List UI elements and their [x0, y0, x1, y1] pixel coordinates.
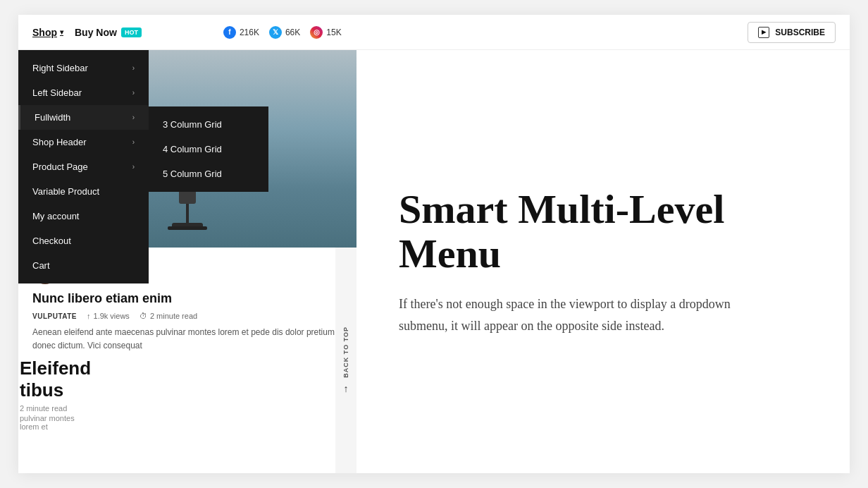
overflow-title-line1: Eleifend — [20, 358, 96, 379]
facebook-count: 216K — [240, 28, 259, 37]
play-icon: ▶ — [758, 27, 769, 38]
post-views: ↑ 1.9k views — [87, 312, 130, 320]
instagram-count: 15K — [326, 28, 341, 37]
submenu: 3 Column Grid 4 Column Grid 5 Column Gri… — [149, 106, 268, 192]
top-nav: Shop ▾ Buy Now HOT f 216K 𝕏 66K ◎ 15K ▶ … — [18, 15, 850, 50]
overflow-text: Eleifend tibus 2 minute read pulvinar mo… — [18, 358, 96, 431]
back-to-top-label: BACK TO TOP — [342, 327, 349, 378]
menu-item-fullwidth[interactable]: Fullwidth › — [18, 105, 149, 130]
post-title[interactable]: Nunc libero etiam enim — [32, 291, 342, 306]
chevron-right-icon: › — [132, 114, 135, 121]
post-excerpt: Aenean eleifend ante maecenas pulvinar m… — [32, 326, 342, 353]
up-arrow-icon: ↑ — [344, 383, 349, 394]
back-to-top-button[interactable]: BACK TO TOP ↑ — [335, 248, 356, 473]
menu-item-my-account[interactable]: My account — [18, 204, 149, 228]
menu-item-checkout[interactable]: Checkout — [18, 228, 149, 253]
chevron-right-icon: › — [132, 138, 135, 146]
submenu-item-3col[interactable]: 3 Column Grid — [149, 112, 268, 137]
hero-title: Smart Multi-Level Menu — [399, 187, 814, 277]
twitter-social[interactable]: 𝕏 66K — [269, 26, 300, 39]
chevron-right-icon: › — [132, 163, 135, 171]
clock-icon: ⏱ — [140, 312, 147, 320]
facebook-icon: f — [223, 26, 236, 39]
submenu-item-5col[interactable]: 5 Column Grid — [149, 161, 268, 186]
chevron-down-icon: ▾ — [60, 28, 63, 36]
buy-now-label: Buy Now — [75, 27, 117, 38]
chevron-right-icon: › — [132, 89, 135, 97]
subscribe-button[interactable]: ▶ SUBSCRIBE — [748, 22, 836, 43]
menu-item-left-sidebar[interactable]: Left Sidebar › — [18, 80, 149, 105]
overflow-excerpt: pulvinar montes lorem et — [20, 414, 96, 431]
facebook-social[interactable]: f 216K — [223, 26, 259, 39]
shop-menu[interactable]: Shop ▾ — [32, 27, 63, 38]
left-panel: Elliot Alderson August 14, 2018 Nunc lib… — [18, 50, 356, 473]
submenu-item-4col[interactable]: 4 Column Grid — [149, 137, 268, 161]
right-panel: Smart Multi-Level Menu If there's not en… — [356, 50, 850, 473]
hero-description: If there's not enough space in the viewp… — [399, 293, 765, 336]
dropdown-menu: Right Sidebar › Left Sidebar › Fullwidth… — [18, 50, 149, 283]
menu-item-variable-product[interactable]: Variable Product — [18, 179, 149, 204]
instagram-icon: ◎ — [310, 26, 323, 39]
hot-badge: HOT — [121, 28, 142, 37]
overflow-title-line2: tibus — [20, 379, 96, 401]
overflow-read-time: 2 minute read — [20, 404, 96, 413]
menu-item-cart[interactable]: Cart — [18, 253, 149, 278]
main-content: Elliot Alderson August 14, 2018 Nunc lib… — [18, 50, 850, 473]
twitter-count: 66K — [285, 28, 300, 37]
social-icons-group: f 216K 𝕏 66K ◎ 15K — [223, 26, 342, 39]
post-meta: VULPUTATE ↑ 1.9k views ⏱ 2 minute read — [32, 312, 342, 320]
chevron-right-icon: › — [132, 64, 135, 72]
post-read-time: ⏱ 2 minute read — [140, 312, 197, 320]
instagram-social[interactable]: ◎ 15K — [310, 26, 341, 39]
post-tag: VULPUTATE — [32, 312, 77, 320]
shop-label: Shop — [32, 27, 57, 38]
subscribe-label: SUBSCRIBE — [775, 28, 825, 37]
buy-now-button[interactable]: Buy Now HOT — [75, 27, 142, 38]
twitter-icon: 𝕏 — [269, 26, 282, 39]
menu-item-product-page[interactable]: Product Page › — [18, 154, 149, 179]
menu-item-right-sidebar[interactable]: Right Sidebar › — [18, 56, 149, 80]
views-icon: ↑ — [87, 312, 91, 320]
menu-item-shop-header[interactable]: Shop Header › — [18, 130, 149, 154]
svg-rect-8 — [168, 226, 207, 230]
